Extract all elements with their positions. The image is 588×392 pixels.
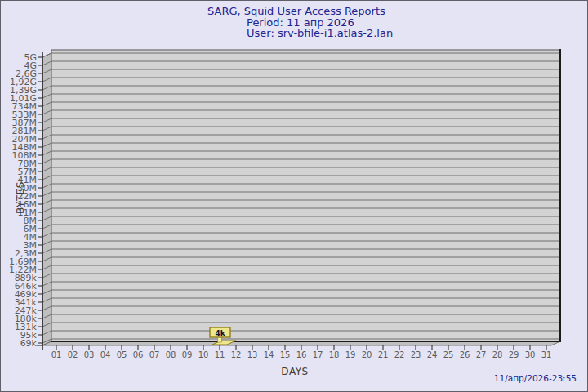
x-axis-tick-label: 14 — [264, 350, 274, 359]
x-axis-tick-label: 07 — [149, 350, 160, 359]
x-axis-tick-label: 01 — [51, 350, 62, 359]
x-axis-title: DAYS — [281, 366, 308, 377]
x-axis-tick-label: 29 — [509, 350, 519, 359]
x-axis-tick-label: 11 — [215, 350, 225, 359]
bar-value-label: 4k — [215, 329, 225, 337]
x-axis-tick-label: 21 — [378, 350, 389, 359]
x-axis-tick-label: 26 — [460, 350, 470, 359]
x-axis-tick-label: 19 — [345, 350, 356, 359]
x-axis-tick-label: 06 — [133, 350, 144, 359]
x-axis-tick-label: 04 — [100, 350, 111, 359]
x-axis-tick-label: 28 — [492, 350, 503, 359]
x-axis-tick-label: 16 — [296, 350, 307, 359]
y-axis-title: BYTES — [15, 181, 26, 214]
x-axis-tick-label: 08 — [166, 350, 176, 359]
x-axis-tick-label: 12 — [231, 350, 242, 359]
x-axis-tick-label: 02 — [68, 350, 78, 359]
x-axis-tick-label: 20 — [362, 350, 372, 359]
x-axis-tick-label: 27 — [476, 350, 487, 359]
report-timestamp: 11/апр/2026-23:55 — [494, 373, 577, 383]
x-axis-tick-label: 30 — [525, 350, 536, 359]
x-axis-tick-label: 09 — [182, 350, 193, 359]
x-axis-tick-label: 31 — [541, 350, 552, 359]
x-axis-tick-label: 24 — [427, 350, 438, 359]
x-axis-tick-label: 22 — [394, 350, 405, 359]
sarg-report-window: SARG, Squid User Access Reports Period: … — [0, 0, 588, 392]
x-axis-tick-label: 25 — [443, 350, 454, 359]
x-axis-tick-label: 05 — [117, 350, 127, 359]
x-axis-tick-label: 18 — [329, 350, 340, 359]
x-axis-tick-label: 23 — [411, 350, 421, 359]
x-axis-tick-label: 13 — [247, 350, 258, 359]
x-axis-tick-label: 17 — [313, 350, 323, 359]
x-axis-tick-label: 10 — [198, 350, 209, 359]
x-axis-tick-label: 15 — [280, 350, 291, 359]
y-axis-tick-label: 69k — [20, 338, 38, 349]
x-axis-tick-label: 03 — [84, 350, 95, 359]
access-bytes-bar-chart: 5G4G2,6G1,92G1,39G1,01G734M533M387M281M2… — [1, 1, 588, 392]
